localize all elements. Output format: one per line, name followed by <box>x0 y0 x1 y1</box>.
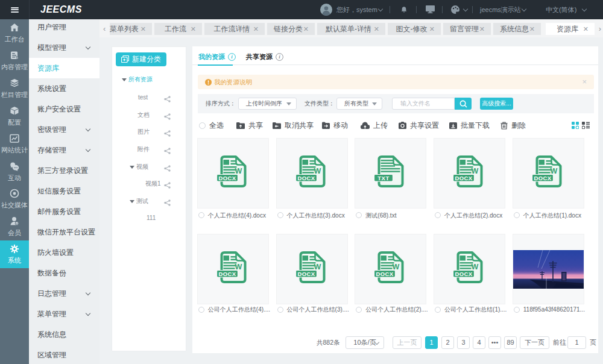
svg-text:DOCX: DOCX <box>297 270 315 277</box>
svg-text:DOCX: DOCX <box>455 175 473 181</box>
svg-text:DOCX: DOCX <box>534 175 551 181</box>
svg-text:DOCX: DOCX <box>297 175 315 181</box>
svg-text:i: i <box>279 54 280 60</box>
svg-text:i: i <box>231 54 233 60</box>
svg-text:TXT: TXT <box>378 175 390 181</box>
svg-text:DOCX: DOCX <box>218 270 236 277</box>
svg-text:DOCX: DOCX <box>376 270 394 277</box>
svg-text:DOCX: DOCX <box>218 175 236 181</box>
svg-text:DOCX: DOCX <box>455 270 473 277</box>
